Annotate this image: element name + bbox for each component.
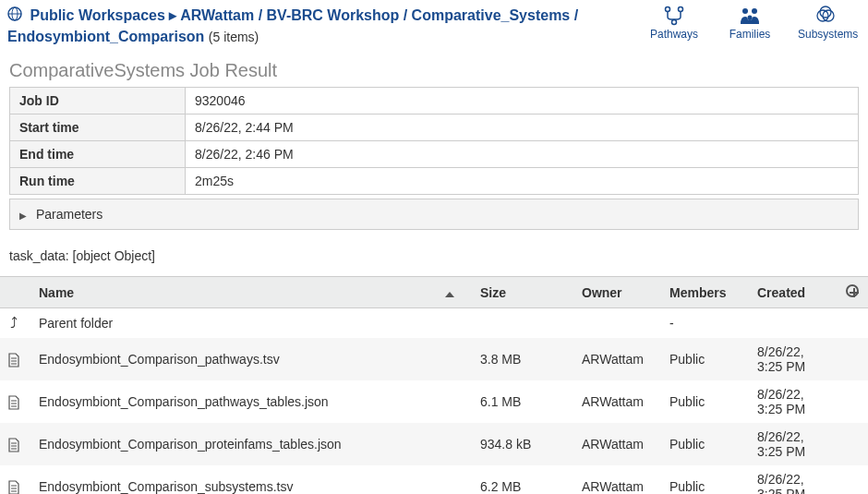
subsystems-link[interactable]: Subsystems bbox=[798, 6, 853, 41]
families-link[interactable]: Families bbox=[722, 6, 778, 41]
svg-point-8 bbox=[748, 16, 753, 20]
file-name: Endosymbiont_Comparison_pathways.tsv bbox=[30, 338, 436, 380]
file-icon bbox=[0, 465, 30, 494]
svg-point-11 bbox=[820, 6, 831, 18]
column-name[interactable]: Name bbox=[30, 277, 436, 308]
column-size[interactable]: Size bbox=[471, 277, 573, 308]
job-meta-table: Job ID9320046 Start time8/26/22, 2:44 PM… bbox=[9, 87, 859, 195]
file-name: Endosymbiont_Comparison_subsystems.tsv bbox=[30, 465, 436, 494]
items-count: (5 items) bbox=[209, 30, 259, 44]
start-time-label: Start time bbox=[10, 114, 186, 141]
run-time-label: Run time bbox=[10, 168, 186, 195]
pathways-label: Pathways bbox=[650, 28, 698, 41]
pathways-icon bbox=[662, 6, 686, 26]
table-row: Job ID9320046 bbox=[10, 88, 859, 114]
table-row[interactable]: Endosymbiont_Comparison_pathways.tsv 3.8… bbox=[0, 338, 868, 380]
column-icon bbox=[0, 277, 30, 308]
svg-point-3 bbox=[666, 7, 670, 12]
file-icon bbox=[0, 380, 30, 423]
table-row[interactable]: Endosymbiont_Comparison_pathways_tables.… bbox=[0, 380, 868, 423]
file-size: 934.8 kB bbox=[471, 423, 573, 465]
file-owner: ARWattam bbox=[573, 338, 660, 380]
column-sort[interactable] bbox=[436, 277, 471, 308]
chevron-right-icon: ▶ bbox=[19, 211, 27, 221]
table-row[interactable]: Endosymbiont_Comparison_proteinfams_tabl… bbox=[0, 423, 868, 465]
file-icon bbox=[0, 423, 30, 465]
plus-icon bbox=[846, 284, 859, 297]
table-row: Start time8/26/22, 2:44 PM bbox=[10, 114, 859, 141]
table-row: End time8/26/22, 2:46 PM bbox=[10, 141, 859, 168]
column-owner[interactable]: Owner bbox=[573, 277, 660, 308]
families-label: Families bbox=[729, 28, 771, 41]
file-size: 6.2 MB bbox=[471, 465, 573, 494]
file-created: 8/26/22, 3:25 PM bbox=[748, 380, 837, 423]
file-size: 6.1 MB bbox=[471, 380, 573, 423]
breadcrumb-sep: ▸ bbox=[169, 7, 180, 23]
subsystems-icon bbox=[814, 6, 838, 26]
file-members: Public bbox=[660, 338, 748, 380]
file-members: Public bbox=[660, 380, 748, 423]
column-created[interactable]: Created bbox=[748, 277, 837, 308]
table-row-parent[interactable]: ⤴ Parent folder - bbox=[0, 308, 868, 339]
task-data-text: task_data: [object Object] bbox=[9, 248, 859, 263]
end-time-value: 8/26/22, 2:46 PM bbox=[186, 141, 859, 168]
parameters-label: Parameters bbox=[36, 207, 102, 222]
file-owner: ARWattam bbox=[573, 423, 660, 465]
pathways-link[interactable]: Pathways bbox=[646, 6, 702, 41]
page-title: ComparativeSystems Job Result bbox=[9, 60, 859, 81]
file-icon bbox=[0, 338, 30, 380]
families-icon bbox=[738, 6, 762, 26]
sort-asc-icon bbox=[445, 292, 454, 297]
file-created: 8/26/22, 3:25 PM bbox=[748, 465, 837, 494]
file-owner: ARWattam bbox=[573, 465, 660, 494]
files-table: Name Size Owner Members Created ⤴ Parent… bbox=[0, 276, 868, 494]
globe-icon bbox=[7, 6, 22, 27]
file-members: Public bbox=[660, 465, 748, 494]
end-time-label: End time bbox=[10, 141, 186, 168]
breadcrumb-owner[interactable]: ARWattam bbox=[180, 7, 254, 23]
parent-folder-icon: ⤴ bbox=[10, 315, 18, 331]
file-name: Endosymbiont_Comparison_proteinfams_tabl… bbox=[30, 423, 436, 465]
svg-point-6 bbox=[742, 8, 748, 14]
job-id-label: Job ID bbox=[10, 88, 186, 114]
file-name: Endosymbiont_Comparison_pathways_tables.… bbox=[30, 380, 436, 423]
start-time-value: 8/26/22, 2:44 PM bbox=[186, 114, 859, 141]
svg-point-7 bbox=[752, 8, 757, 14]
file-members: Public bbox=[660, 423, 748, 465]
table-row: Run time2m25s bbox=[10, 168, 859, 195]
svg-point-4 bbox=[679, 7, 683, 12]
file-created: 8/26/22, 3:25 PM bbox=[748, 338, 837, 380]
file-owner: ARWattam bbox=[573, 380, 660, 423]
breadcrumb-root[interactable]: Public Workspaces bbox=[30, 7, 164, 23]
file-members: - bbox=[660, 308, 748, 339]
add-column-button[interactable] bbox=[837, 277, 868, 308]
column-members[interactable]: Members bbox=[660, 277, 748, 308]
table-row[interactable]: Endosymbiont_Comparison_subsystems.tsv 6… bbox=[0, 465, 868, 494]
file-created: 8/26/22, 3:25 PM bbox=[748, 423, 837, 465]
job-id-value: 9320046 bbox=[186, 88, 859, 114]
run-time-value: 2m25s bbox=[186, 168, 859, 195]
subsystems-label: Subsystems bbox=[798, 28, 858, 41]
file-name: Parent folder bbox=[30, 308, 436, 339]
breadcrumb: Public Workspaces ▸ ARWattam / BV-BRC Wo… bbox=[7, 6, 580, 47]
svg-point-5 bbox=[672, 20, 677, 25]
file-size: 3.8 MB bbox=[471, 338, 573, 380]
parameters-toggle[interactable]: ▶ Parameters bbox=[9, 199, 859, 230]
